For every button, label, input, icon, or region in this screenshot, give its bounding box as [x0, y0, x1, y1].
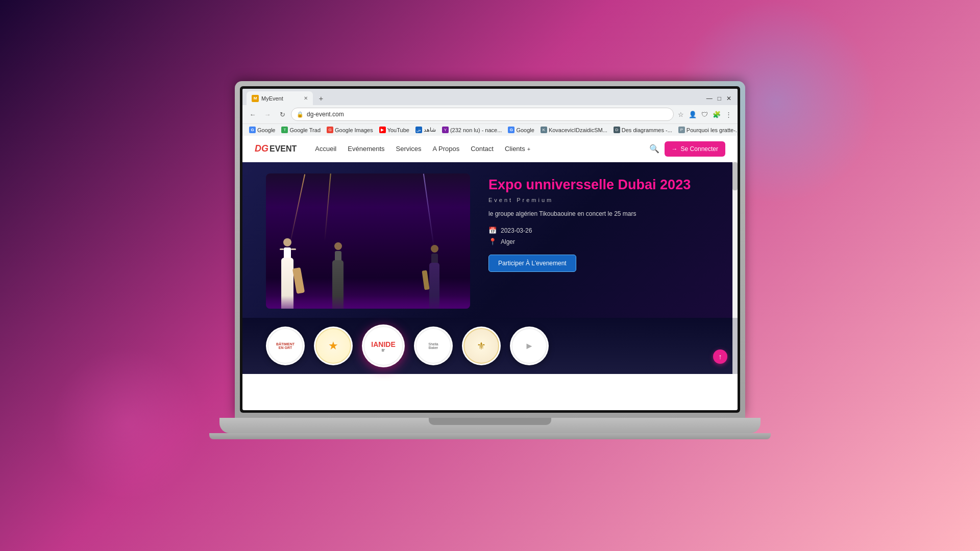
website-content: DG EVENT Accueil Evénements Services A P…: [242, 136, 738, 387]
hero-section: Expo unniversselle Dubai 2023 Event Prem…: [242, 162, 738, 318]
page-scrollbar[interactable]: [732, 162, 738, 318]
site-nav: DG EVENT Accueil Evénements Services A P…: [242, 136, 738, 162]
sponsor-6[interactable]: ►: [510, 327, 549, 365]
bookmark-kovacevic-favicon: K: [541, 127, 547, 133]
bookmark-translate-favicon: T: [281, 127, 288, 133]
bookmark-pourquoi[interactable]: P Pourquoi les gratte-...: [676, 126, 738, 134]
bookmark-arabic-favicon: ش: [415, 127, 422, 133]
laptop-base-notch: [429, 418, 551, 425]
sponsor-4[interactable]: ShellaBaker: [414, 327, 453, 365]
page-scrollbar-bottom[interactable]: [732, 318, 738, 374]
calendar-icon: 📅: [488, 227, 497, 234]
sponsor-5[interactable]: ⚜: [462, 327, 501, 365]
bookmark-yahoo[interactable]: Y (232 non lu) - nace...: [439, 126, 505, 134]
toolbar-icons: ☆ 👤 🛡 🧩 ⋮: [676, 109, 733, 120]
extensions-icon[interactable]: 🧩: [711, 109, 722, 120]
logo-text: EVENT: [270, 144, 297, 154]
tab-controls: — □ ✕: [706, 95, 733, 102]
bookmark-youtube-favicon: ▶: [379, 127, 386, 133]
nav-clients[interactable]: Clients +: [505, 145, 530, 153]
bookmark-diagrammes[interactable]: D Des diagrammes -...: [611, 126, 675, 134]
sponsor-1[interactable]: BÂTIMENTEN GRT: [266, 327, 305, 365]
hero-location: Alger: [501, 238, 515, 245]
bookmark-kovacevic[interactable]: K KovacevicIDzaidicSM...: [538, 126, 610, 134]
nav-apropos[interactable]: A Propos: [432, 145, 459, 153]
site-logo[interactable]: DG EVENT: [255, 143, 297, 154]
hero-description: le groupe algérien Tikoubaouine en conce…: [488, 210, 719, 217]
bookmark-pourquoi-favicon: P: [678, 127, 685, 133]
hero-meta: 📅 2023-03-26 📍 Alger: [488, 227, 719, 245]
nav-services[interactable]: Services: [396, 145, 422, 153]
nav-search-icon[interactable]: 🔍: [649, 144, 659, 154]
lock-icon: 🔒: [297, 111, 304, 118]
bookmark-youtube-label: YouTube: [387, 127, 409, 133]
close-button[interactable]: ✕: [726, 95, 731, 102]
bookmark-translate[interactable]: T Google Trad: [279, 126, 323, 134]
tab-title: MyEvent: [261, 95, 283, 102]
shield-icon[interactable]: 🛡: [700, 109, 709, 120]
bookmarks-bar: G Google T Google Trad G Google Images: [242, 123, 738, 136]
hero-subtitle: Event Premium: [488, 197, 719, 203]
browser-tab-myevent[interactable]: M MyEvent ✕: [247, 91, 313, 105]
url-text: dg-event.com: [307, 111, 344, 118]
tab-close-icon[interactable]: ✕: [304, 95, 308, 101]
hero-image: [266, 173, 470, 309]
scroll-up-button[interactable]: ↑: [713, 349, 727, 364]
bookmark-youtube[interactable]: ▶ YouTube: [377, 126, 412, 134]
hero-title: Expo unniversselle Dubai 2023: [488, 177, 719, 193]
screen-bezel: M MyEvent ✕ + — □ ✕: [240, 86, 740, 413]
screen-content: M MyEvent ✕ + — □ ✕: [242, 89, 738, 410]
hero-location-item: 📍 Alger: [488, 238, 719, 245]
bookmark-yahoo-favicon: Y: [442, 127, 449, 133]
sponsor-3-featured[interactable]: IANIDE B': [362, 324, 405, 367]
back-button[interactable]: ←: [247, 108, 259, 120]
maximize-button[interactable]: □: [718, 95, 721, 102]
scrollbar-thumb[interactable]: [732, 162, 738, 190]
location-icon: 📍: [488, 238, 497, 245]
hero-date-item: 📅 2023-03-26: [488, 227, 719, 234]
laptop-screen-outer: M MyEvent ✕ + — □ ✕: [235, 81, 745, 418]
participate-button[interactable]: Participer À L'evenement: [488, 255, 576, 272]
bookmark-images[interactable]: G Google Images: [324, 126, 376, 134]
menu-icon[interactable]: ⋮: [724, 109, 733, 120]
tab-bar: M MyEvent ✕ + — □ ✕: [242, 89, 738, 105]
bookmark-google2-favicon: G: [508, 127, 514, 133]
bookmark-google-favicon: G: [249, 127, 256, 133]
bookmark-diagrammes-favicon: D: [614, 127, 620, 133]
forward-button[interactable]: →: [261, 108, 274, 120]
bookmark-google2[interactable]: G Google: [505, 126, 536, 134]
hero-content: Expo unniversselle Dubai 2023 Event Prem…: [470, 162, 738, 318]
profile-icon[interactable]: 👤: [687, 109, 698, 120]
browser-toolbar: ← → ↻ 🔒 dg-event.com ☆ 👤 🛡 �: [242, 105, 738, 123]
bookmark-google[interactable]: G Google: [247, 126, 278, 134]
nav-links: Accueil Evénements Services A Propos Con…: [315, 145, 649, 153]
nav-accueil[interactable]: Accueil: [315, 145, 336, 153]
connect-btn-label: Se Connecter: [681, 145, 718, 153]
connect-button[interactable]: → Se Connecter: [665, 141, 725, 157]
refresh-button[interactable]: ↻: [276, 108, 288, 120]
star-icon[interactable]: ☆: [676, 109, 685, 120]
bookmark-images-favicon: G: [327, 127, 333, 133]
nav-contact[interactable]: Contact: [471, 145, 494, 153]
bookmark-arabic[interactable]: ش شاهد: [413, 126, 438, 134]
logo-icon: DG: [255, 143, 268, 154]
tab-favicon: M: [252, 95, 259, 102]
sponsor-2[interactable]: ★: [314, 327, 353, 365]
nav-evenements[interactable]: Evénements: [348, 145, 384, 153]
sponsors-section: BÂTIMENTEN GRT ★ IANIDE B': [242, 318, 738, 374]
hero-date: 2023-03-26: [501, 227, 532, 234]
laptop-base: [219, 418, 761, 433]
browser-chrome: M MyEvent ✕ + — □ ✕: [242, 89, 738, 136]
new-tab-button[interactable]: +: [315, 92, 327, 105]
laptop-keyboard-area: [209, 433, 771, 439]
address-bar[interactable]: 🔒 dg-event.com: [291, 108, 674, 121]
minimize-button[interactable]: —: [706, 95, 713, 102]
